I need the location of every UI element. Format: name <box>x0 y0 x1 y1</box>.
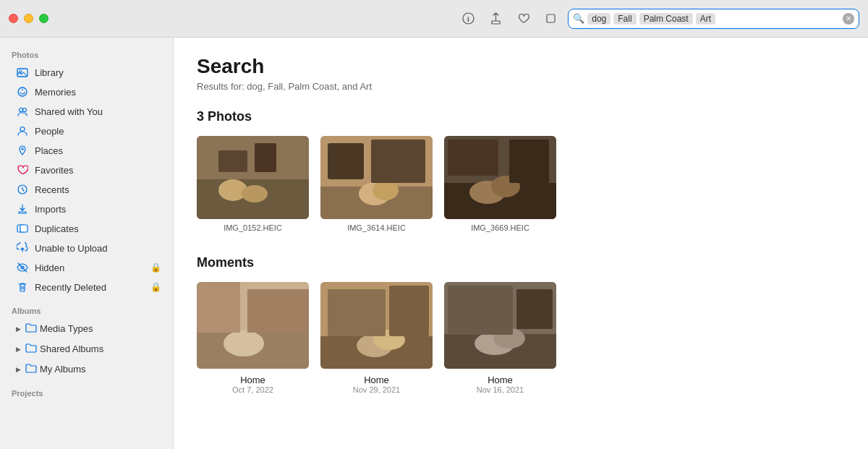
search-bar[interactable]: 🔍 dog Fall Palm Coast Art ✕ <box>568 9 859 29</box>
svg-rect-13 <box>20 225 27 232</box>
search-clear-button[interactable]: ✕ <box>843 13 854 25</box>
shared-albums-folder-icon <box>25 342 37 356</box>
sidebar-item-library[interactable]: Library <box>4 63 169 82</box>
sidebar-item-unable[interactable]: Unable to Upload <box>4 239 169 257</box>
recents-icon <box>16 183 29 196</box>
svg-point-18 <box>242 185 268 202</box>
moment-item-0[interactable]: Home Oct 7, 2022 <box>197 282 309 394</box>
sidebar-group-media-types[interactable]: ▶ Media Types <box>4 319 169 338</box>
maximize-button[interactable] <box>39 14 48 23</box>
svg-point-6 <box>22 89 23 90</box>
svg-rect-48 <box>448 286 513 335</box>
photo-item-2[interactable]: IMG_3669.HEIC <box>444 136 556 232</box>
sidebar-label-my-albums: My Albums <box>40 364 86 375</box>
title-bar: i 🔍 dog Fall Palm Coast Art ✕ <box>0 0 868 38</box>
photo-label-2: IMG_3669.HEIC <box>471 223 529 232</box>
sidebar-label-unable: Unable to Upload <box>35 243 107 254</box>
svg-rect-37 <box>247 289 309 333</box>
svg-point-5 <box>18 87 27 96</box>
sidebar-item-imports[interactable]: Imports <box>4 200 169 218</box>
search-tag-fall[interactable]: Fall <box>613 13 636 25</box>
hidden-icon <box>16 261 29 274</box>
app-body: Photos Library Memories <box>0 38 868 449</box>
places-icon <box>16 144 29 157</box>
sidebar-item-hidden[interactable]: Hidden 🔒 <box>4 258 169 277</box>
search-tag-art[interactable]: Art <box>696 13 715 25</box>
sidebar-item-memories[interactable]: Memories <box>4 82 169 101</box>
svg-rect-49 <box>516 289 553 329</box>
sidebar-group-shared-albums[interactable]: ▶ Shared Albums <box>4 339 169 359</box>
sidebar-label-shared-albums: Shared Albums <box>40 343 103 354</box>
moments-grid: Home Oct 7, 2022 Home Nov 29, 2021 <box>197 282 845 394</box>
photo-item-1[interactable]: IMG_3614.HEIC <box>320 136 433 232</box>
chevron-media-types-icon: ▶ <box>16 325 21 333</box>
sidebar-item-places[interactable]: Places <box>4 141 169 160</box>
sidebar-item-duplicates[interactable]: Duplicates <box>4 219 169 238</box>
main-content: Search Results for: dog, Fall, Palm Coas… <box>174 38 868 449</box>
svg-rect-36 <box>197 282 240 333</box>
svg-rect-20 <box>255 143 276 172</box>
search-tag-palmcoast[interactable]: Palm Coast <box>639 13 693 25</box>
deleted-lock-icon: 🔒 <box>150 282 161 292</box>
sidebar: Photos Library Memories <box>0 38 174 449</box>
sidebar-group-my-albums[interactable]: ▶ My Albums <box>4 359 169 379</box>
moment-thumb-0 <box>197 282 309 369</box>
sidebar-label-memories: Memories <box>35 87 76 98</box>
svg-rect-2 <box>547 14 555 22</box>
svg-point-8 <box>23 108 27 112</box>
moment-title-0: Home <box>240 375 265 385</box>
sidebar-label-places: Places <box>35 145 63 156</box>
favorites-icon <box>16 163 29 176</box>
search-input[interactable] <box>718 13 840 24</box>
svg-rect-43 <box>389 286 429 336</box>
sidebar-label-library: Library <box>35 67 64 78</box>
toolbar-right: i 🔍 dog Fall Palm Coast Art ✕ <box>458 9 859 29</box>
shared-icon <box>16 105 29 118</box>
sidebar-label-shared: Shared with You <box>35 106 103 117</box>
hidden-lock-icon: 🔒 <box>150 262 161 273</box>
library-icon <box>16 66 29 79</box>
heart-icon[interactable] <box>513 9 533 29</box>
photo-thumb-1 <box>320 136 433 219</box>
crop-icon[interactable] <box>540 9 561 29</box>
memories-icon <box>16 85 29 98</box>
photos-grid: IMG_0152.HEIC <box>197 136 845 232</box>
search-icon: 🔍 <box>573 13 584 24</box>
minimize-button[interactable] <box>24 14 33 23</box>
sidebar-item-favorites[interactable]: Favorites <box>4 161 169 179</box>
photo-thumb-0 <box>197 136 309 219</box>
moment-date-1: Nov 29, 2021 <box>353 385 400 394</box>
svg-rect-31 <box>509 140 549 183</box>
projects-section-label: Projects <box>0 385 173 401</box>
my-albums-folder-icon <box>25 362 37 376</box>
moment-item-1[interactable]: Home Nov 29, 2021 <box>320 282 433 394</box>
traffic-lights <box>9 14 48 23</box>
svg-rect-26 <box>371 140 425 183</box>
sidebar-item-shared[interactable]: Shared with You <box>4 102 169 121</box>
sidebar-label-deleted: Recently Deleted <box>35 282 106 293</box>
moment-date-2: Nov 16, 2021 <box>477 385 524 394</box>
sidebar-item-people[interactable]: People <box>4 121 169 140</box>
deleted-icon <box>16 281 29 294</box>
sidebar-item-deleted[interactable]: Recently Deleted 🔒 <box>4 278 169 296</box>
info-icon[interactable]: i <box>458 9 478 29</box>
search-tag-dog[interactable]: dog <box>587 13 610 25</box>
moment-title-2: Home <box>488 375 513 385</box>
photo-label-1: IMG_3614.HEIC <box>347 223 406 232</box>
albums-section-label: Albums <box>0 302 173 318</box>
svg-point-7 <box>20 108 23 112</box>
sidebar-label-recents: Recents <box>35 184 69 195</box>
share-icon[interactable] <box>485 9 506 29</box>
svg-point-24 <box>373 180 399 200</box>
people-icon <box>16 124 29 137</box>
svg-rect-25 <box>328 143 364 179</box>
moments-section-title: Moments <box>197 255 845 270</box>
photo-item-0[interactable]: IMG_0152.HEIC <box>197 136 309 232</box>
moment-thumb-1 <box>320 282 433 369</box>
close-button[interactable] <box>9 14 18 23</box>
svg-rect-32 <box>448 140 498 176</box>
moment-item-2[interactable]: Home Nov 16, 2021 <box>444 282 556 394</box>
photo-thumb-2 <box>444 136 556 219</box>
svg-rect-42 <box>328 289 386 336</box>
sidebar-item-recents[interactable]: Recents <box>4 180 169 199</box>
